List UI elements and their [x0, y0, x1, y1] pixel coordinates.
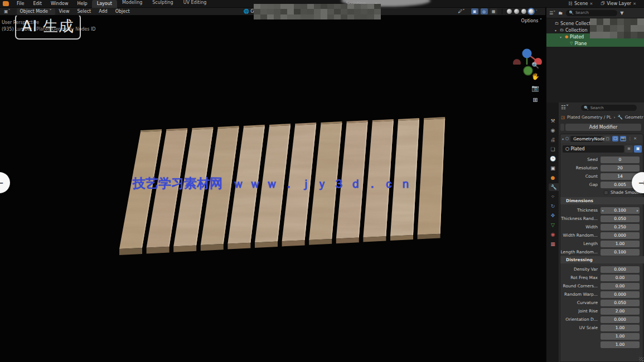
prop-row-vector-component: 1.00 — [560, 340, 644, 349]
world-tab[interactable]: ▣ — [548, 164, 558, 172]
menu-window[interactable]: Window — [46, 1, 73, 6]
workspace-tab-modeling[interactable]: Modeling — [117, 0, 147, 8]
render-display-icon[interactable]: 📷 — [620, 136, 626, 141]
shading-solid-icon[interactable] — [514, 9, 519, 14]
particles-tab[interactable]: ⁘ — [548, 193, 558, 200]
prop-value-field[interactable]: 2.00 — [601, 308, 640, 315]
prop-value-field[interactable]: 0.000 — [601, 266, 640, 273]
breadcrumb-object[interactable]: Plated Geometry / PL — [567, 115, 611, 120]
workspace-tab-uv-editing[interactable]: UV Editing — [178, 0, 212, 8]
shading-material-icon[interactable] — [521, 9, 526, 14]
watermark-url: ｗｗｗ．ｊｙ３ｄ．ｃｎ — [233, 177, 417, 190]
workspace-tab-sculpting[interactable]: Sculpting — [147, 0, 178, 8]
breadcrumb: ◳ Plated Geometry / PL › 🔧 GeometryNodes — [561, 115, 643, 120]
blender-app-window: FileEditWindowHelp LayoutModelingSculpti… — [0, 0, 644, 362]
outliner-row-plane[interactable]: ▽Plane — [546, 40, 644, 47]
prop-value-field[interactable]: 0 — [601, 156, 640, 163]
physics-tab[interactable]: ↻ — [548, 202, 558, 210]
prop-label: UV Scale — [560, 325, 601, 330]
workspace-tab-layout[interactable]: Layout — [92, 0, 117, 8]
modifier-expand-box[interactable] — [560, 124, 564, 131]
menu-edit[interactable]: Edit — [28, 1, 46, 6]
prop-value-field[interactable]: 1.00 — [601, 341, 640, 348]
outliner-search-input[interactable]: 🔍 Search — [566, 10, 617, 16]
modifier-close-icon[interactable]: ✕ — [633, 136, 637, 141]
prop-label: Curvature — [560, 300, 601, 305]
ortho-grid-icon[interactable]: ⊞ — [531, 96, 540, 105]
prop-value-field[interactable]: 1.00 — [601, 241, 640, 247]
zoom-icon[interactable]: 🔍 — [531, 61, 540, 70]
prop-value-field[interactable]: 0.000 — [601, 232, 640, 239]
node-group-selector[interactable]: ⬡ Plated — [563, 145, 624, 153]
expand-arrow-icon[interactable]: ▾ — [562, 137, 564, 141]
properties-search-input[interactable]: 🔍 Search — [581, 105, 637, 111]
modifier-extras-icon[interactable]: ⋮ — [628, 136, 632, 141]
prop-value-field[interactable]: 0.050 — [601, 300, 640, 306]
view-layer-x-icon[interactable]: ✕ — [633, 2, 636, 6]
prop-value-field[interactable]: 0.100 — [601, 249, 640, 256]
prop-value-field[interactable]: 0.00 — [601, 283, 640, 290]
resize-grip[interactable] — [639, 357, 643, 361]
view-layer-tab[interactable]: ❏ — [548, 145, 558, 153]
prop-value-field[interactable]: 20 — [601, 165, 640, 172]
prop-value-field[interactable]: 1.00 — [601, 325, 640, 331]
output-tab[interactable]: 🖨 — [548, 136, 558, 144]
viewport-menu-view[interactable]: View — [55, 9, 74, 14]
prop-row-resolution: Resolution20 — [560, 164, 644, 172]
prop-value-field[interactable]: 0.000 — [601, 316, 640, 323]
viewport-menu-object[interactable]: Object — [112, 9, 134, 14]
shading-wireframe-icon[interactable] — [507, 9, 512, 14]
prop-value-field[interactable]: 0.000 — [601, 291, 640, 298]
overlays-toggle-icon[interactable]: ◎ — [481, 8, 488, 14]
constraints-tab[interactable]: ✥ — [548, 212, 558, 219]
menu-help[interactable]: Help — [72, 1, 91, 6]
edit-mode-display-icon[interactable]: ▢ — [604, 136, 611, 141]
viewport-menu-select[interactable]: Select — [74, 9, 95, 14]
breadcrumb-modifier[interactable]: GeometryNodes — [625, 115, 643, 120]
expander-icon[interactable]: ▾ — [560, 35, 563, 39]
new-node-group-icon[interactable]: ▣ — [634, 145, 642, 153]
prop-value-field[interactable]: 0.050 — [601, 216, 640, 222]
material-tab[interactable]: ◉ — [548, 231, 558, 238]
texture-tab[interactable]: ▦ — [548, 240, 558, 248]
add-modifier-button[interactable]: Add Modifier — [565, 124, 641, 131]
scene-selector[interactable]: ⛓ Scene ✕ — [568, 1, 593, 6]
section-header-dimensions[interactable]: Dimensions — [560, 197, 644, 204]
section-header-distressing[interactable]: Distressing — [560, 256, 644, 263]
fake-user-icon[interactable]: ≡ — [625, 145, 633, 153]
3d-viewport[interactable]: User Perspective (935) Lumber | Plated G… — [0, 16, 545, 362]
prop-value-field[interactable]: 0.100◂▸ — [601, 207, 640, 214]
shading-rendered-icon[interactable] — [529, 9, 534, 14]
realtime-display-icon[interactable]: 🖵 — [612, 136, 618, 141]
gizmo-toggle-icon[interactable]: ▣ — [471, 8, 478, 14]
unlink-scene-icon[interactable]: ✕ — [589, 2, 593, 6]
mode-dropdown[interactable]: Object Mode ˅ — [17, 8, 55, 15]
editor-type-icon[interactable]: ▣˅ — [0, 9, 14, 14]
xray-toggle-icon[interactable]: ▦ — [490, 8, 497, 14]
scene-tab[interactable]: 🕒 — [548, 155, 558, 163]
outliner-filter-icon[interactable]: ▼ — [620, 11, 623, 16]
geometry-nodes-icon: ⬡ — [565, 136, 569, 141]
prop-value-field[interactable]: 1.00 — [601, 333, 640, 340]
blender-logo-icon[interactable] — [3, 1, 9, 6]
data-tab[interactable]: ▽ — [548, 221, 558, 229]
proportional-edit-icon[interactable]: 🖊˅ — [454, 9, 469, 14]
menu-file[interactable]: File — [12, 1, 28, 6]
expander-icon[interactable]: ▾ — [555, 28, 558, 32]
viewport-menu-add[interactable]: Add — [95, 9, 112, 14]
view-layer-selector[interactable]: 🗇 View Layer ✕ — [601, 1, 636, 6]
prop-value-field[interactable]: 0.250 — [601, 224, 640, 231]
prop-value-field[interactable]: 0.00 — [601, 275, 640, 281]
properties-editor-icon[interactable]: ☷˅ — [561, 104, 569, 110]
orientation-gizmo[interactable] — [511, 31, 544, 65]
outliner-display-icon[interactable]: 🖿 — [558, 11, 563, 16]
object-tab[interactable]: ● — [548, 174, 558, 182]
censored-watermark-block — [590, 18, 644, 38]
tool-tab[interactable]: ⚒ — [548, 117, 558, 125]
camera-view-icon[interactable]: 📷 — [531, 84, 540, 93]
outliner-editor-icon[interactable]: ☰˅ — [549, 11, 555, 16]
pan-hand-icon[interactable]: 🖐 — [531, 72, 540, 81]
modifier-name-field[interactable]: GeometryNodes — [570, 136, 603, 142]
modifier-tab[interactable]: 🔧 — [549, 183, 559, 191]
render-tab[interactable]: ◉ — [548, 126, 558, 134]
